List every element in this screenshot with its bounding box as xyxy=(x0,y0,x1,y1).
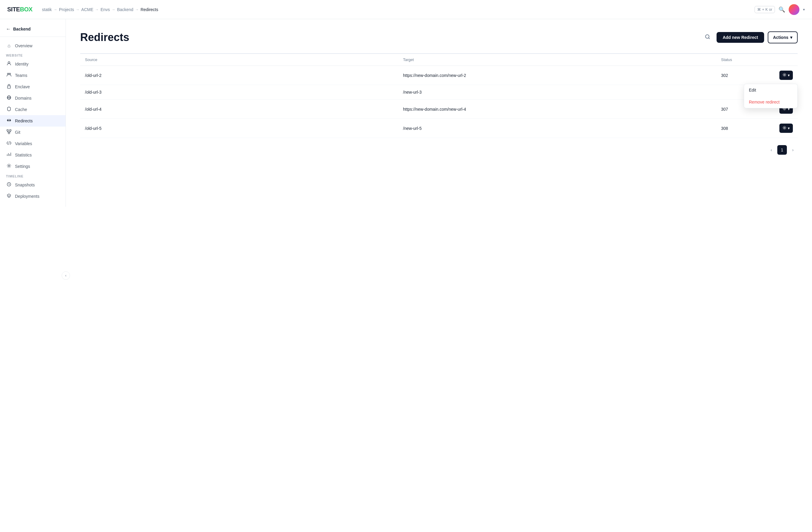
row-2-source: /old-url-3 xyxy=(85,90,403,95)
actions-button[interactable]: Actions ▾ xyxy=(768,31,798,43)
logo[interactable]: SITE BOX xyxy=(7,6,32,13)
breadcrumb: statik → Projects → ACME → Envs → Backen… xyxy=(42,7,158,12)
sidebar-item-snapshots[interactable]: Snapshots xyxy=(0,179,66,191)
row-1-source: /old-url-2 xyxy=(85,73,403,78)
sidebar-item-label-variables: Variables xyxy=(15,141,32,146)
sidebar-item-teams[interactable]: Teams xyxy=(0,70,66,81)
sidebar-back-button[interactable]: ← Backend xyxy=(0,24,66,37)
sidebar-back-label: Backend xyxy=(13,27,30,31)
sidebar-item-identity[interactable]: Identity xyxy=(0,58,66,70)
row-action-chevron-icon: ▾ xyxy=(788,73,790,77)
snapshots-icon xyxy=(6,182,12,188)
col-source: Source xyxy=(85,57,403,62)
main-content: Redirects Add new Redirect Actions ▾ Sou… xyxy=(66,19,812,532)
row-4-source: /old-url-5 xyxy=(85,126,403,131)
sidebar-item-redirects[interactable]: Redirects xyxy=(0,115,66,127)
identity-icon xyxy=(6,61,12,67)
sidebar-item-label-deployments: Deployments xyxy=(15,194,40,199)
svg-point-1 xyxy=(8,73,9,75)
svg-rect-7 xyxy=(9,132,10,134)
row-1-target: https://new-domain.com/new-url-2 xyxy=(403,73,721,78)
sidebar-section-timeline: TIMELINE xyxy=(0,172,66,179)
deployments-icon xyxy=(6,193,12,199)
page-title: Redirects xyxy=(80,31,129,44)
sidebar-item-overview[interactable]: ⌂ Overview xyxy=(0,40,66,51)
page-header: Redirects Add new Redirect Actions ▾ xyxy=(80,31,798,44)
add-redirect-button[interactable]: Add new Redirect xyxy=(716,32,764,43)
teams-icon xyxy=(6,72,12,78)
keyboard-hint[interactable]: ⌘ + K or xyxy=(755,6,775,13)
sidebar-item-label-redirects: Redirects xyxy=(15,118,33,123)
sidebar-collapse-button[interactable]: ‹ xyxy=(62,271,70,280)
row-3-target: https://new-domain.com/new-url-4 xyxy=(403,107,721,112)
settings-icon xyxy=(6,163,12,169)
sidebar-item-label-overview: Overview xyxy=(15,43,32,48)
user-menu-chevron-icon[interactable]: ▾ xyxy=(803,8,805,12)
sidebar-item-domains[interactable]: Domains xyxy=(0,92,66,104)
sidebar-item-label-git: Git xyxy=(15,130,20,135)
row-4-status: 308 xyxy=(721,126,769,131)
sidebar-item-git[interactable]: Git xyxy=(0,127,66,138)
sidebar-item-cache[interactable]: Cache xyxy=(0,104,66,115)
avatar[interactable] xyxy=(789,4,799,15)
dropdown-remove-item[interactable]: Remove redirect xyxy=(744,96,797,108)
col-actions xyxy=(769,57,793,62)
home-icon: ⌂ xyxy=(6,43,12,48)
sidebar-wrapper: ← Backend ⌂ Overview WEBSITE Identity xyxy=(0,19,66,532)
sidebar-item-settings[interactable]: Settings xyxy=(0,161,66,172)
sidebar-item-label-enclave: Enclave xyxy=(15,84,30,89)
pagination-prev-button[interactable]: ‹ xyxy=(767,145,776,155)
sidebar-section-website: WEBSITE xyxy=(0,51,66,58)
row-action-chevron-icon: ▾ xyxy=(788,126,790,130)
breadcrumb-envs[interactable]: Envs xyxy=(101,7,110,12)
search-button[interactable] xyxy=(702,31,713,44)
top-nav: SITE BOX statik → Projects → ACME → Envs… xyxy=(0,0,812,19)
next-arrow-icon: › xyxy=(792,147,794,152)
svg-rect-6 xyxy=(10,130,11,131)
row-1-dropdown-menu: Edit Remove redirect xyxy=(744,84,798,108)
gear-icon xyxy=(782,126,786,131)
sidebar-item-label-domains: Domains xyxy=(15,96,31,101)
redirects-icon xyxy=(6,118,12,124)
sidebar-item-label-identity: Identity xyxy=(15,62,28,67)
breadcrumb-projects[interactable]: Projects xyxy=(59,7,74,12)
topnav-left: SITE BOX statik → Projects → ACME → Envs… xyxy=(7,6,158,13)
sidebar-item-enclave[interactable]: Enclave xyxy=(0,81,66,92)
row-1-status: 302 xyxy=(721,73,769,78)
sidebar-item-deployments[interactable]: Deployments xyxy=(0,191,66,202)
sidebar: ← Backend ⌂ Overview WEBSITE Identity xyxy=(0,19,66,207)
sidebar-item-label-snapshots: Snapshots xyxy=(15,183,35,187)
dropdown-edit-item[interactable]: Edit xyxy=(744,84,797,96)
enclave-icon xyxy=(6,84,12,90)
sidebar-item-variables[interactable]: Variables xyxy=(0,138,66,149)
svg-rect-5 xyxy=(7,130,9,131)
kbd-or: or xyxy=(769,8,772,12)
col-target: Target xyxy=(403,57,721,62)
table-header: Source Target Status xyxy=(80,54,798,66)
breadcrumb-statik[interactable]: statik xyxy=(42,7,52,12)
svg-rect-3 xyxy=(8,86,11,88)
breadcrumb-acme[interactable]: ACME xyxy=(82,7,93,12)
table-row: /old-url-3 /new-url-3 xyxy=(80,85,798,100)
sidebar-item-label-teams: Teams xyxy=(15,73,27,78)
sidebar-item-label-settings: Settings xyxy=(15,164,30,169)
pagination-page-1-button[interactable]: 1 xyxy=(777,145,787,155)
kbd-k: K xyxy=(765,8,768,12)
statistics-icon xyxy=(6,152,12,158)
page-actions: Add new Redirect Actions ▾ xyxy=(702,31,798,44)
pagination-next-button[interactable]: › xyxy=(788,145,798,155)
svg-point-10 xyxy=(706,35,709,38)
sidebar-item-statistics[interactable]: Statistics xyxy=(0,149,66,161)
topnav-search-icon[interactable]: 🔍 xyxy=(779,6,785,13)
svg-point-13 xyxy=(784,127,785,128)
logo-box: BOX xyxy=(20,6,32,13)
breadcrumb-current: Redirects xyxy=(141,7,158,12)
row-3-source: /old-url-4 xyxy=(85,107,403,112)
table-row: /old-url-2 https://new-domain.com/new-ur… xyxy=(80,66,798,85)
breadcrumb-backend[interactable]: Backend xyxy=(117,7,133,12)
row-1-action-button[interactable]: ▾ xyxy=(779,71,793,80)
kbd-cmd: ⌘ xyxy=(757,8,761,12)
svg-point-11 xyxy=(784,74,785,75)
row-4-action-button[interactable]: ▾ xyxy=(779,124,793,133)
table-row: /old-url-5 /new-url-5 308 ▾ xyxy=(80,119,798,138)
